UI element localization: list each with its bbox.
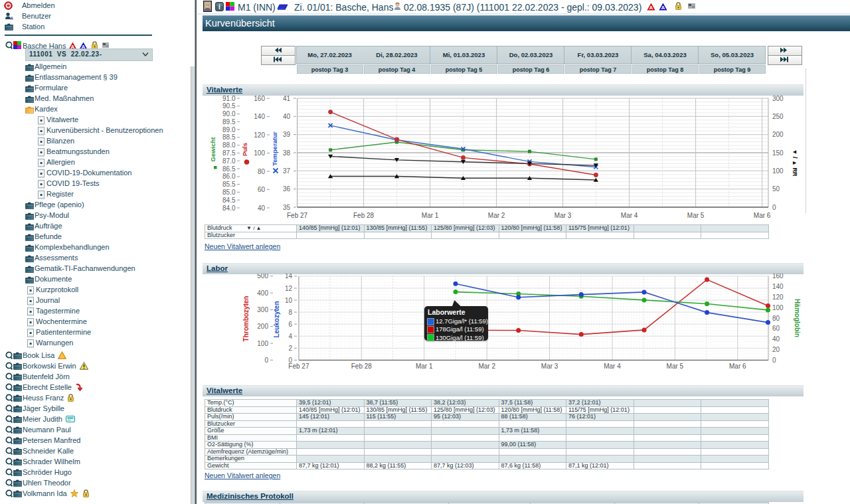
svg-text:88.0: 88.0 xyxy=(222,141,236,149)
svg-text:84.0: 84.0 xyxy=(222,205,236,212)
svg-text:35: 35 xyxy=(283,204,291,211)
svg-text:500: 500 xyxy=(257,274,268,280)
svg-text:300: 300 xyxy=(257,306,268,313)
svg-text:40: 40 xyxy=(283,113,291,120)
svg-text:400: 400 xyxy=(257,290,268,297)
svg-text:140: 140 xyxy=(254,113,265,120)
svg-text:4: 4 xyxy=(288,333,292,340)
svg-text:89.5: 89.5 xyxy=(222,118,236,126)
svg-text:140: 140 xyxy=(772,283,784,290)
svg-text:160: 160 xyxy=(772,274,784,280)
svg-text:Feb 28: Feb 28 xyxy=(351,363,373,370)
svg-text:A: A xyxy=(649,5,653,11)
svg-text:60: 60 xyxy=(772,325,780,332)
svg-text:100: 100 xyxy=(772,304,784,311)
svg-text:A: A xyxy=(661,5,665,11)
svg-text:Hämoglobin: Hämoglobin xyxy=(794,299,801,337)
svg-text:100: 100 xyxy=(772,167,784,175)
svg-text:100: 100 xyxy=(257,340,268,347)
svg-text:14: 14 xyxy=(285,274,293,280)
svg-text:88.5: 88.5 xyxy=(222,133,236,141)
svg-text:37: 37 xyxy=(283,167,291,175)
svg-text:50: 50 xyxy=(772,185,780,193)
svg-text:300: 300 xyxy=(772,95,784,102)
svg-text:39: 39 xyxy=(283,131,291,138)
svg-text:Mar 3: Mar 3 xyxy=(541,363,558,370)
svg-text:120: 120 xyxy=(254,131,265,139)
svg-text:120: 120 xyxy=(772,294,784,301)
svg-text:Temperatur: Temperatur xyxy=(271,131,278,166)
svg-text:86.0: 86.0 xyxy=(222,173,236,180)
svg-text:0: 0 xyxy=(772,357,776,364)
svg-text:40: 40 xyxy=(772,335,780,343)
svg-text:Mar 1: Mar 1 xyxy=(416,363,433,370)
svg-text:Mar 4: Mar 4 xyxy=(621,212,638,219)
svg-text:85.5: 85.5 xyxy=(222,181,236,188)
svg-text:90.0: 90.0 xyxy=(222,110,236,118)
svg-text:Mar 4: Mar 4 xyxy=(604,363,621,370)
svg-text:12: 12 xyxy=(285,285,293,292)
svg-text:150: 150 xyxy=(772,149,784,157)
svg-text:Mar 6: Mar 6 xyxy=(729,363,746,370)
svg-text:Mar 2: Mar 2 xyxy=(488,212,505,219)
svg-text:8: 8 xyxy=(288,309,292,316)
svg-text:91.0: 91.0 xyxy=(222,95,236,102)
svg-text:Mar 5: Mar 5 xyxy=(667,363,684,370)
svg-text:Mar 3: Mar 3 xyxy=(554,212,572,219)
svg-text:86.5: 86.5 xyxy=(222,165,236,173)
svg-text:84.5: 84.5 xyxy=(222,197,236,204)
svg-text:100: 100 xyxy=(254,149,265,157)
svg-text:0: 0 xyxy=(772,204,776,211)
svg-text:0: 0 xyxy=(264,357,268,364)
svg-text:200: 200 xyxy=(257,323,268,330)
svg-text:Feb 28: Feb 28 xyxy=(353,212,375,219)
svg-text:▼ / ▲ RR: ▼ / ▲ RR xyxy=(792,149,798,177)
svg-text:Mar 5: Mar 5 xyxy=(687,212,705,219)
svg-text:87.0: 87.0 xyxy=(222,157,236,165)
svg-text:2: 2 xyxy=(288,345,292,352)
svg-text:Feb 27: Feb 27 xyxy=(288,363,309,370)
svg-text:60: 60 xyxy=(258,186,266,193)
svg-text:85.0: 85.0 xyxy=(222,189,236,196)
svg-text:38: 38 xyxy=(283,149,291,157)
svg-text:i: i xyxy=(218,3,220,11)
svg-text:Feb 27: Feb 27 xyxy=(287,212,308,219)
svg-text:200: 200 xyxy=(772,131,784,138)
svg-text:36: 36 xyxy=(283,185,291,193)
svg-text:160: 160 xyxy=(254,95,265,102)
svg-text:89.0: 89.0 xyxy=(222,126,236,133)
svg-text:Thrombozyten: Thrombozyten xyxy=(242,296,250,342)
svg-text:6: 6 xyxy=(288,321,292,328)
svg-text:Mar 2: Mar 2 xyxy=(478,363,495,370)
svg-text:90.5: 90.5 xyxy=(222,102,236,110)
svg-text:80: 80 xyxy=(258,168,266,175)
svg-text:Mar 1: Mar 1 xyxy=(422,212,439,219)
svg-text:Leukozyten: Leukozyten xyxy=(273,301,280,337)
svg-text:87.5: 87.5 xyxy=(222,149,236,157)
svg-text:20: 20 xyxy=(772,346,780,353)
svg-text:41: 41 xyxy=(283,95,291,102)
svg-text:10: 10 xyxy=(285,297,293,304)
svg-text:40: 40 xyxy=(258,205,266,212)
svg-text:80: 80 xyxy=(772,315,780,322)
svg-text:250: 250 xyxy=(772,113,784,120)
svg-text:Gewicht: Gewicht xyxy=(209,137,216,162)
svg-text:Puls: Puls xyxy=(241,143,248,156)
svg-text:Mar 6: Mar 6 xyxy=(754,212,771,219)
